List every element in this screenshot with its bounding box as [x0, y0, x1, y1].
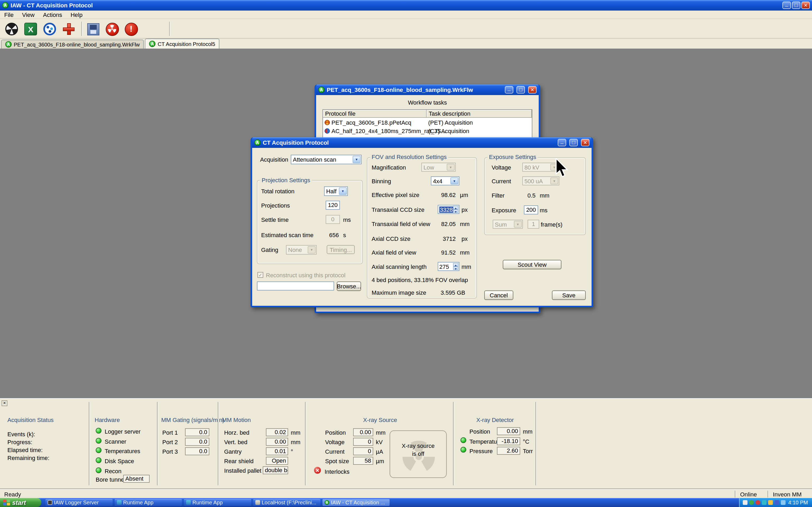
- horz-bed-value: 0.02: [266, 428, 288, 436]
- reconstruct-checkbox[interactable]: [257, 272, 263, 278]
- tray-volume-icon[interactable]: [781, 500, 785, 505]
- axial-ccd-size-value: 3712: [424, 235, 456, 242]
- minimize-button[interactable]: [505, 86, 513, 94]
- column-header-protocol-file[interactable]: Protocol file: [323, 110, 426, 118]
- save-icon[interactable]: [86, 22, 100, 37]
- timing-button: Timing...: [327, 245, 355, 254]
- tab-ct-protocol[interactable]: CT Acquisition Protocol5: [145, 39, 220, 49]
- save-button[interactable]: Save: [552, 290, 586, 300]
- xs-voltage-value: 0: [353, 438, 373, 446]
- close-button[interactable]: [801, 2, 810, 9]
- projections-label: Projections: [261, 202, 290, 209]
- status-dock: × Acquisition Status Events (k): Progres…: [0, 398, 812, 489]
- axial-scanning-length-input[interactable]: 275: [438, 262, 459, 271]
- port3-label: Port 3: [162, 448, 178, 455]
- exposure-input[interactable]: 200: [524, 206, 538, 214]
- xs-position-unit: mm: [376, 429, 386, 436]
- taskbar-button-runtime1[interactable]: Runtime App: [115, 499, 182, 506]
- chevron-down-icon[interactable]: [353, 156, 361, 163]
- frame-mode-select: Sum: [493, 220, 523, 229]
- toolbar: X !: [0, 19, 812, 39]
- spin-down-icon: [453, 267, 458, 270]
- maximize-button[interactable]: [516, 86, 525, 94]
- spin-up-icon: [453, 206, 458, 209]
- taskbar: start IAW Logger Server Runtime App Runt…: [0, 498, 812, 507]
- column-header-task-description[interactable]: Task description: [426, 110, 532, 118]
- axial-ccd-size-unit: px: [461, 235, 468, 242]
- workflow-protocol-icon[interactable]: [42, 22, 57, 37]
- browse-button[interactable]: Browse...: [337, 281, 361, 291]
- system-tray: 4:10 PM: [739, 498, 812, 507]
- taskbar-button-localhost[interactable]: LocalHost (F:\Preclini...: [253, 499, 320, 506]
- minimize-button[interactable]: [782, 2, 791, 9]
- transaxial-fov-label: Transaxial field of view: [372, 221, 430, 227]
- console-icon: [48, 500, 52, 505]
- ct-dialog-client: Acquisition Attenuation scan Projection …: [252, 148, 592, 306]
- reconstruct-path-input[interactable]: [257, 281, 334, 290]
- app-titlebar: IAW - CT Acquisition Protocol: [0, 0, 812, 11]
- menu-file[interactable]: File: [0, 11, 18, 18]
- exposure-settings-title: Exposure Settings: [488, 154, 538, 160]
- spinner[interactable]: [453, 206, 458, 213]
- tray-status-icon[interactable]: [749, 500, 754, 505]
- taskbar-button-iaw[interactable]: IAW - CT Acquisition ...: [322, 499, 390, 506]
- tray-status-icon[interactable]: [774, 500, 779, 505]
- binning-select[interactable]: 4x4: [431, 176, 459, 185]
- add-icon[interactable]: [61, 22, 76, 37]
- total-rotation-select[interactable]: Half: [324, 186, 348, 196]
- dock-separator: [453, 402, 454, 485]
- statusbar-mode: Inveon MM: [773, 491, 802, 498]
- tab-workflow[interactable]: PET_acq_3600s_F18-online_blood_sampling.…: [1, 40, 144, 49]
- effective-pixel-size-unit: µm: [460, 192, 468, 198]
- projections-input[interactable]: 120: [326, 201, 340, 210]
- cancel-button[interactable]: Cancel: [484, 290, 513, 300]
- stop-icon[interactable]: !: [124, 22, 139, 37]
- tray-status-icon[interactable]: [768, 500, 773, 505]
- transaxial-fov-unit: mm: [460, 221, 470, 227]
- taskbar-button-runtime2[interactable]: Runtime App: [184, 499, 251, 506]
- mm-gating-title: MM Gating (signals/min): [161, 417, 224, 423]
- acquisition-dial-icon[interactable]: [4, 22, 19, 37]
- gantry-value: 0.01: [266, 447, 288, 455]
- spinner[interactable]: [453, 263, 458, 270]
- taskbar-button-logger[interactable]: IAW Logger Server: [45, 499, 113, 506]
- axial-scanning-length-unit: mm: [461, 264, 471, 270]
- menu-view[interactable]: View: [18, 11, 39, 18]
- gating-select: None: [286, 245, 317, 255]
- close-button[interactable]: [528, 86, 537, 94]
- tray-status-icon[interactable]: [755, 500, 760, 505]
- disk-space-label: Disk Space: [105, 458, 134, 464]
- table-cell[interactable]: (PET) Acquisition: [426, 118, 532, 127]
- close-button[interactable]: [581, 139, 590, 146]
- port1-value: 0.0: [185, 428, 209, 436]
- chevron-down-icon[interactable]: [339, 187, 347, 195]
- table-row[interactable]: PET_acq_3600s_F18.pPetAcq: [323, 118, 426, 127]
- axial-scanning-length-label: Axial scanning length: [372, 264, 426, 270]
- table-cell[interactable]: (CT) Acquisition: [426, 127, 532, 135]
- transaxial-ccd-size-input[interactable]: 3328: [438, 205, 459, 214]
- radiation-icon[interactable]: [105, 22, 119, 37]
- maximum-image-size-value: 3.595 GB: [426, 289, 465, 296]
- dock-close-button[interactable]: ×: [2, 400, 7, 406]
- port3-value: 0.0: [185, 447, 209, 455]
- effective-pixel-size-value: 98.62: [424, 192, 456, 198]
- minimize-button[interactable]: [558, 139, 566, 146]
- scout-view-button[interactable]: Scout View: [503, 260, 561, 269]
- menu-actions[interactable]: Actions: [39, 11, 66, 18]
- maximize-button[interactable]: [792, 2, 800, 9]
- toolbar-separator: [169, 22, 170, 36]
- xd-temperature-value: -18.10: [497, 437, 520, 445]
- acquisition-select[interactable]: Attenuation scan: [291, 155, 362, 164]
- menu-help[interactable]: Help: [66, 11, 87, 18]
- frames-unit: frame(s): [541, 221, 562, 228]
- start-button[interactable]: start: [0, 498, 41, 507]
- spin-up-icon: [453, 263, 458, 267]
- table-row[interactable]: AC_half_120_4x4_180ms_275mm_rat_JS...: [323, 127, 426, 135]
- tray-status-icon[interactable]: [743, 500, 748, 505]
- tray-status-icon[interactable]: [762, 500, 767, 505]
- workflow-tasks-header: Workflow tasks: [316, 99, 539, 106]
- chevron-down-icon[interactable]: [450, 177, 458, 184]
- maximize-button[interactable]: [569, 139, 578, 146]
- excel-export-icon[interactable]: X: [23, 22, 38, 37]
- port1-label: Port 1: [162, 429, 178, 436]
